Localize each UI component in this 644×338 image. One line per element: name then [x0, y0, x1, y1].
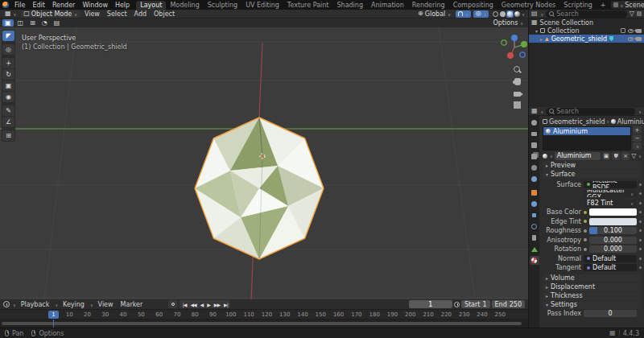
blender-logo-icon[interactable]: [2, 2, 9, 8]
menu-render[interactable]: Render: [49, 2, 78, 9]
timeline-ruler[interactable]: 10 20 30 40 50 60 70 80 90 100 110 120 1…: [0, 310, 528, 319]
proportional-editing-toggle[interactable]: ◎: [473, 10, 489, 18]
playhead-line[interactable]: [53, 319, 54, 328]
new-material-button[interactable]: ▣: [602, 152, 610, 160]
tab-output[interactable]: [530, 141, 539, 150]
breadcrumb-material[interactable]: Aluminium: [617, 118, 644, 126]
add-workspace-button[interactable]: +: [597, 1, 610, 10]
tool-annotate[interactable]: ✎: [2, 105, 14, 116]
tab-animation[interactable]: Animation: [367, 1, 408, 10]
render-visibility-icon[interactable]: [636, 37, 642, 41]
timeline-editor-icon[interactable]: [3, 301, 10, 307]
fake-user-shield-button[interactable]: [612, 152, 620, 160]
current-frame-field[interactable]: 1: [409, 300, 452, 308]
end-frame-field[interactable]: End 250: [492, 300, 525, 308]
tab-constraints[interactable]: [530, 233, 539, 242]
start-frame-field[interactable]: Start 1: [461, 300, 490, 308]
fresnel-dropdown[interactable]: F82 Tint: [584, 200, 637, 207]
tool-add-cube[interactable]: ⊞: [2, 130, 14, 141]
play-button[interactable]: ▶: [205, 302, 213, 307]
tab-particles[interactable]: [530, 211, 539, 220]
menu-window[interactable]: Window: [79, 2, 111, 9]
options-dropdown[interactable]: Options: [490, 19, 526, 27]
material-slot-list[interactable]: Aluminium: [543, 126, 631, 150]
roughness-slider[interactable]: 0.100: [589, 227, 637, 234]
tab-scene[interactable]: [530, 163, 539, 172]
tool-move[interactable]: +: [2, 58, 14, 68]
tangent-button[interactable]: Default: [584, 264, 637, 271]
overlays-toggle[interactable]: ◫: [15, 19, 27, 27]
chevron-down-icon[interactable]: [638, 108, 642, 115]
xray-toggle[interactable]: ⊞: [27, 19, 38, 27]
material-slot-selected[interactable]: Aluminium: [543, 127, 630, 135]
panel-thickness[interactable]: Thickness: [543, 292, 642, 300]
panel-preview[interactable]: Preview: [543, 161, 642, 169]
tab-material[interactable]: [530, 256, 539, 265]
checkbox-icon[interactable]: [621, 28, 625, 33]
tab-layout[interactable]: Layout: [136, 1, 166, 10]
auto-keying-button[interactable]: [168, 300, 177, 308]
transform-orientation-dropdown[interactable]: ⊕ Global: [415, 10, 453, 18]
overlay-extra-button[interactable]: ▤: [52, 19, 63, 27]
filter-funnel-icon[interactable]: ▽: [631, 153, 636, 159]
prev-keyframe-button[interactable]: ◀◀: [188, 302, 198, 307]
scene-name[interactable]: Scene: [625, 2, 644, 9]
tab-texture-paint[interactable]: Texture Paint: [283, 1, 333, 10]
tool-cursor[interactable]: ◎: [2, 44, 14, 55]
panel-surface[interactable]: Surface: [543, 170, 642, 178]
shading-dropdown-button[interactable]: ◔: [39, 19, 50, 27]
material-name-field[interactable]: Aluminium: [555, 152, 601, 160]
mode-dropdown[interactable]: ▢ Object Mode: [21, 10, 80, 18]
add-slot-button[interactable]: +: [633, 126, 642, 134]
unlink-material-button[interactable]: ×: [621, 152, 630, 160]
panel-settings[interactable]: Settings: [543, 301, 642, 309]
menu-playback[interactable]: Playback: [19, 301, 52, 308]
expand-icon[interactable]: [535, 27, 538, 35]
edge-tint-swatch[interactable]: [589, 218, 637, 225]
pan-hand-icon[interactable]: [514, 78, 521, 85]
next-keyframe-button[interactable]: ▶▶: [212, 302, 221, 307]
outliner-display-mode-icon[interactable]: ▤: [531, 10, 538, 17]
tab-view-layer[interactable]: [530, 152, 539, 161]
properties-search-input[interactable]: Search: [546, 108, 635, 115]
zoom-icon[interactable]: [514, 66, 521, 73]
menu-view[interactable]: View: [96, 301, 116, 308]
filter-icon[interactable]: ▽: [630, 10, 634, 17]
tool-select-box[interactable]: ◤: [2, 31, 14, 41]
expand-icon[interactable]: [540, 35, 543, 43]
menu-help[interactable]: Help: [112, 2, 133, 9]
gizmo-toggle[interactable]: ▣: [2, 19, 14, 27]
base-color-swatch[interactable]: [589, 208, 637, 216]
outliner-row-scene-collection[interactable]: ▦ Scene Collection: [529, 19, 644, 27]
shading-material-preview-button[interactable]: [506, 10, 514, 18]
snap-toggle[interactable]: [456, 10, 471, 18]
menu-select[interactable]: Select: [105, 10, 130, 18]
tool-rotate[interactable]: ↻: [2, 69, 14, 80]
menu-file[interactable]: File: [11, 2, 28, 9]
tab-tool[interactable]: [530, 118, 539, 127]
menu-view[interactable]: View: [82, 10, 102, 18]
timeline-track[interactable]: [0, 319, 528, 328]
panel-displacement[interactable]: Displacement: [543, 283, 642, 291]
tab-world[interactable]: [530, 175, 539, 183]
tab-modifiers[interactable]: [530, 200, 539, 208]
eye-icon[interactable]: [628, 37, 634, 41]
tab-uv-editing[interactable]: UV Editing: [242, 1, 283, 10]
tab-modeling[interactable]: Modeling: [166, 1, 203, 10]
outliner-options-icon[interactable]: [637, 11, 642, 16]
breadcrumb-object[interactable]: Geometric_shield: [549, 118, 605, 126]
tool-scale[interactable]: ▣: [2, 80, 14, 91]
pass-index-field[interactable]: 0: [584, 310, 637, 317]
timeline-scrollbar[interactable]: [2, 322, 522, 325]
shading-rendered-button[interactable]: [514, 10, 521, 18]
editor-type-button[interactable]: ▦: [2, 10, 19, 18]
tab-compositing[interactable]: Compositing: [449, 1, 497, 10]
shading-wireframe-button[interactable]: [492, 10, 499, 18]
menu-edit[interactable]: Edit: [29, 2, 48, 9]
tab-object-data[interactable]: [530, 245, 539, 254]
tab-geometry-nodes[interactable]: Geometry Nodes: [497, 1, 559, 10]
eye-icon[interactable]: [628, 29, 634, 33]
tab-render[interactable]: [530, 130, 539, 138]
slot-specials-button[interactable]: [633, 142, 642, 150]
remove-slot-button[interactable]: −: [633, 134, 642, 142]
